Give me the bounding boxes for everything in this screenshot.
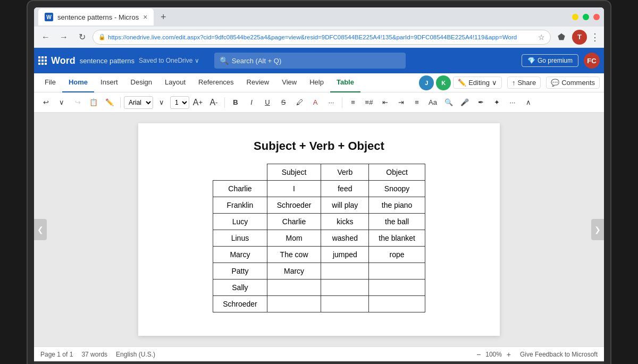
voice-button[interactable]: 🎤 [457, 95, 472, 110]
search-box[interactable]: 🔍 Search (Alt + Q) [214, 53, 406, 69]
comments-button[interactable]: 💬 Comments [546, 77, 600, 89]
forward-button[interactable]: → [56, 30, 71, 45]
tab-references[interactable]: References [192, 73, 240, 92]
cell-subject-6[interactable]: Marcy [267, 263, 321, 280]
url-bar[interactable]: 🔒 https://onedrive.live.com/edit.aspx?ci… [93, 30, 551, 45]
cell-subject-7[interactable] [267, 280, 321, 296]
indent-increase-button[interactable]: ⇥ [393, 95, 408, 110]
decrease-font-button[interactable]: A- [206, 95, 221, 110]
doc-nav-left-button[interactable]: ❮ [34, 219, 47, 240]
font-dropdown-arrow[interactable]: ∨ [154, 95, 169, 110]
numbering-button[interactable]: ≡# [362, 95, 376, 110]
apps-grid-icon[interactable] [38, 56, 47, 65]
more-options-button[interactable]: ··· [505, 95, 520, 110]
undo-dropdown[interactable]: ∨ [54, 95, 69, 110]
active-tab[interactable]: W sentence patterns - Micros × [38, 9, 154, 26]
indent-decrease-button[interactable]: ⇤ [377, 95, 392, 110]
cell-subject-8[interactable] [267, 296, 321, 312]
tab-review[interactable]: Review [240, 73, 276, 92]
maximize-button[interactable] [583, 14, 589, 20]
cell-verb-4[interactable]: washed [321, 230, 369, 247]
draw-button[interactable]: ✒ [473, 95, 488, 110]
cell-object-1[interactable]: Snoopy [369, 181, 425, 197]
underline-button[interactable]: U [260, 95, 275, 110]
font-name-select[interactable]: Arial [124, 96, 153, 109]
cell-subject-4[interactable]: Mom [267, 230, 321, 247]
cell-object-3[interactable]: the ball [369, 214, 425, 230]
extensions-button[interactable]: ⬟ [554, 30, 569, 45]
editor-button[interactable]: ✦ [489, 95, 504, 110]
highlight-button[interactable]: 🖊 [292, 95, 307, 110]
lock-icon: 🔒 [98, 33, 106, 40]
ribbon-tabs: File Home Insert Design Layout Reference… [34, 73, 604, 92]
cell-subject-3[interactable]: Charlie [267, 214, 321, 230]
doc-nav-right-button[interactable]: ❯ [591, 219, 604, 240]
cell-subject-1[interactable]: I [267, 181, 321, 197]
cell-verb-7[interactable] [321, 280, 369, 296]
cell-verb-1[interactable]: feed [321, 181, 369, 197]
bold-button[interactable]: B [228, 95, 243, 110]
collapse-ribbon-button[interactable]: ∧ [521, 95, 536, 110]
italic-button[interactable]: I [244, 95, 259, 110]
editing-button[interactable]: ✏️ Editing ∨ [453, 77, 502, 89]
go-premium-button[interactable]: 💎 Go premium [522, 54, 578, 67]
search-icon: 🔍 [220, 56, 229, 65]
find-button[interactable]: 🔍 [441, 95, 456, 110]
window-controls [572, 14, 600, 20]
minimize-button[interactable] [572, 14, 578, 20]
more-text-button[interactable]: ··· [324, 95, 339, 110]
share-button[interactable]: ↑ Share [507, 77, 541, 89]
bookmark-icon[interactable]: ☆ [538, 33, 545, 41]
tab-help[interactable]: Help [303, 73, 330, 92]
toolbar-right: 💎 Go premium FC [522, 53, 600, 69]
clipboard-button[interactable]: 📋 [86, 95, 101, 110]
font-color-button[interactable]: A [308, 95, 323, 110]
zoom-out-button[interactable]: − [474, 350, 483, 359]
new-tab-button[interactable]: + [156, 10, 171, 24]
paste-format-button[interactable]: ✏️ [102, 95, 117, 110]
bullets-button[interactable]: ≡ [346, 95, 360, 110]
row-name-schroeder: Schroeder [213, 296, 267, 312]
cell-object-8[interactable] [369, 296, 425, 312]
back-button[interactable]: ← [38, 30, 53, 45]
tab-layout[interactable]: Layout [158, 73, 192, 92]
alignment-button[interactable]: ≡ [409, 95, 424, 110]
zoom-in-button[interactable]: + [504, 350, 514, 359]
tab-insert[interactable]: Insert [94, 73, 124, 92]
cell-verb-6[interactable] [321, 263, 369, 280]
tab-file[interactable]: File [38, 73, 62, 92]
monitor-brand: BenQ [34, 361, 604, 364]
cell-subject-2[interactable]: Schroeder [267, 197, 321, 214]
refresh-button[interactable]: ↻ [74, 30, 89, 45]
row-name-franklin: Franklin [213, 197, 267, 214]
cell-object-7[interactable] [369, 280, 425, 296]
tab-home[interactable]: Home [62, 73, 94, 92]
more-options-button[interactable]: ⋮ [590, 31, 600, 43]
cell-object-6[interactable] [369, 263, 425, 280]
cell-verb-2[interactable]: will play [321, 197, 369, 214]
font-size-select[interactable]: 16 [170, 96, 189, 109]
tab-view[interactable]: View [275, 73, 303, 92]
undo-redo-group: ↩ ∨ ↪ [38, 95, 85, 110]
redo-button[interactable]: ↪ [70, 95, 85, 110]
cell-object-2[interactable]: the piano [369, 197, 425, 214]
cell-verb-5[interactable]: jumped [321, 247, 369, 263]
increase-font-button[interactable]: A+ [190, 95, 205, 110]
undo-button[interactable]: ↩ [38, 95, 53, 110]
strikethrough-button[interactable]: S [276, 95, 291, 110]
cell-verb-8[interactable] [321, 296, 369, 312]
cell-object-5[interactable]: rope [369, 247, 425, 263]
cell-verb-3[interactable]: kicks [321, 214, 369, 230]
profile-button[interactable]: T [572, 30, 587, 45]
status-bar: Page 1 of 1 37 words English (U.S.) − 10… [34, 346, 604, 361]
feedback-link[interactable]: Give Feedback to Microsoft [520, 351, 598, 358]
cell-object-4[interactable]: the blanket [369, 230, 425, 247]
styles-button[interactable]: Aa [425, 95, 440, 110]
tab-table[interactable]: Table [330, 73, 360, 92]
cell-subject-5[interactable]: The cow [267, 247, 321, 263]
user-avatar[interactable]: FC [584, 53, 600, 69]
tab-close-button[interactable]: × [143, 13, 147, 21]
url-text: https://onedrive.live.com/edit.aspx?cid=… [108, 34, 536, 40]
tab-design[interactable]: Design [124, 73, 158, 92]
close-button[interactable] [593, 14, 600, 20]
